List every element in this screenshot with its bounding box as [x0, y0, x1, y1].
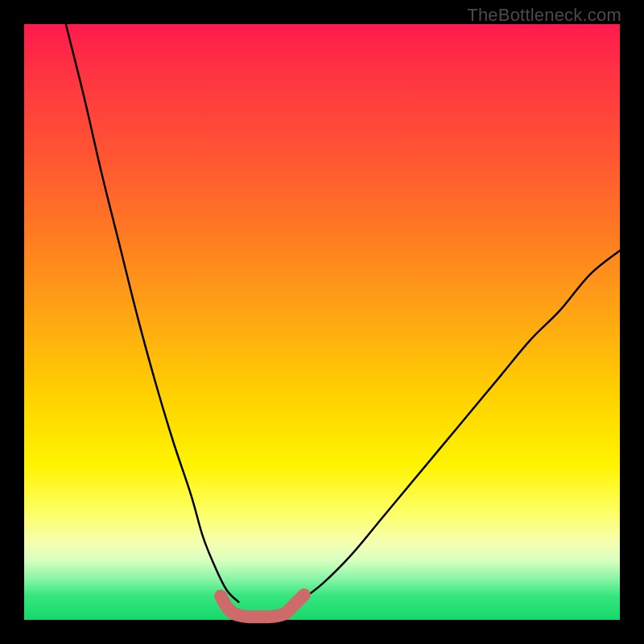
plot-area — [24, 24, 620, 620]
watermark-text: TheBottleneck.com — [467, 5, 621, 26]
chart-frame: TheBottleneck.com — [0, 0, 644, 644]
curve-layer — [24, 24, 620, 620]
curve-left-arm — [66, 24, 239, 602]
curve-right-arm — [298, 250, 620, 602]
